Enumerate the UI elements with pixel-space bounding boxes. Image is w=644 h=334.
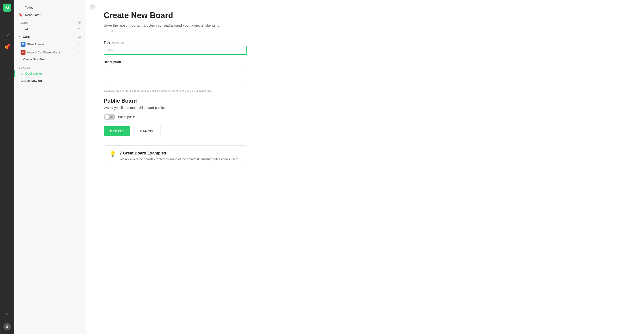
sidebar-item-cool-articles[interactable]: ☆ Cool articles xyxy=(14,70,86,77)
create-new-board-label: Create New Board xyxy=(20,79,81,82)
tip-card: 💡 7 Great Board Examples We reviewed the… xyxy=(104,145,247,167)
user-avatar[interactable]: S xyxy=(3,323,11,330)
create-button[interactable]: CREATE xyxy=(104,126,130,136)
create-new-feed-link[interactable]: Create New Feed xyxy=(14,56,86,62)
modal-close-button[interactable]: × xyxy=(90,4,96,10)
title-form-group: Title Required xyxy=(104,41,626,55)
feeds-label: FEEDS xyxy=(19,22,28,24)
all-label: All xyxy=(25,28,76,31)
sidebar-feed-news-car-dealer[interactable]: C News – Car Dealer Maga... 10 xyxy=(14,48,86,56)
description-input[interactable] xyxy=(104,65,247,87)
tip-content: 7 Great Board Examples We reviewed the b… xyxy=(120,151,238,162)
required-tag: Required xyxy=(112,41,124,44)
boards-label: BOARDS xyxy=(19,66,31,69)
toggle-knob xyxy=(105,115,109,119)
sidebar-category-cars[interactable]: ▼ Cars 20 xyxy=(14,33,86,40)
news-car-dealer-icon: C xyxy=(20,50,26,55)
read-later-label: Read Later xyxy=(25,13,81,17)
cancel-button[interactable]: CANCEL xyxy=(134,126,161,136)
cars-count: 20 xyxy=(78,35,81,38)
news-car-dealer-label: News – Car Dealer Maga... xyxy=(27,51,76,54)
form-actions: CREATE CANCEL xyxy=(104,126,626,136)
boards-section: BOARDS ☆ Cool articles Create New Board xyxy=(14,64,86,84)
tip-text: We reviewed the boards created by some o… xyxy=(120,157,238,162)
gift-icon[interactable]: 🎁 xyxy=(3,43,11,51)
main-content: × Create New Board Save the most importa… xyxy=(86,0,644,334)
description-form-label: Description xyxy=(104,60,626,64)
modal-subtitle: Save the most important articles you rea… xyxy=(104,23,234,34)
star-icon: ☆ xyxy=(20,72,24,75)
public-board-title: Public Board xyxy=(104,98,626,104)
cars-label: Cars xyxy=(23,35,76,38)
chevron-down-icon: ▼ xyxy=(19,36,21,38)
add-icon[interactable]: + xyxy=(3,18,11,26)
toggle-off-label: Off xyxy=(110,116,113,118)
sidebar-item-read-later[interactable]: 🔖 Read Later xyxy=(14,11,86,19)
news-car-dealer-count: 10 xyxy=(78,51,81,54)
sidebar-item-today[interactable]: ◇ Today xyxy=(14,4,86,11)
tip-title: 7 Great Board Examples xyxy=(120,151,238,156)
description-hint: Example: Monitor trends in 3D printing i… xyxy=(104,89,626,92)
board-public-toggle[interactable]: Off xyxy=(104,114,116,120)
icon-rail: + ☽ 🎁 ? S xyxy=(0,0,14,334)
title-form-label: Title Required xyxy=(104,41,626,44)
toggle-row: Off Board public xyxy=(104,114,626,120)
fleet-europe-label: Fleet Europe xyxy=(27,43,76,46)
create-board-modal: × Create New Board Save the most importa… xyxy=(86,0,644,334)
sidebar: ◇ Today 🔖 Read Later FEEDS ⚙ ☰ All 20 ▼ … xyxy=(14,0,86,334)
fleet-europe-count: 10 xyxy=(78,43,81,46)
description-form-group: Description Example: Monitor trends in 3… xyxy=(104,60,626,92)
sidebar-feed-fleet-europe[interactable]: E Fleet Europe 10 xyxy=(14,40,86,48)
fleet-europe-icon: E xyxy=(20,42,26,47)
moon-icon[interactable]: ☽ xyxy=(3,30,11,38)
today-icon: ◇ xyxy=(19,5,23,10)
today-label: Today xyxy=(25,6,81,9)
public-board-subtitle: Would you like to make this board public… xyxy=(104,106,626,110)
bookmark-icon: 🔖 xyxy=(19,13,23,17)
title-input[interactable] xyxy=(104,46,247,55)
help-icon[interactable]: ? xyxy=(3,310,11,318)
all-count: 20 xyxy=(78,28,81,31)
feeds-gear-icon[interactable]: ⚙ xyxy=(78,21,81,24)
modal-title: Create New Board xyxy=(104,11,626,20)
app-logo[interactable] xyxy=(3,4,11,12)
all-icon: ☰ xyxy=(19,27,23,31)
boards-section-header: BOARDS xyxy=(14,64,86,70)
board-public-label: Board public xyxy=(118,115,136,119)
feeds-section-header: FEEDS ⚙ xyxy=(14,19,86,26)
cool-articles-label: Cool articles xyxy=(25,72,81,75)
sidebar-item-all[interactable]: ☰ All 20 xyxy=(14,26,86,33)
tip-lightbulb-icon: 💡 xyxy=(109,151,116,157)
feedly-logo-icon xyxy=(5,5,10,10)
sidebar-item-create-new-board[interactable]: Create New Board xyxy=(14,77,86,84)
